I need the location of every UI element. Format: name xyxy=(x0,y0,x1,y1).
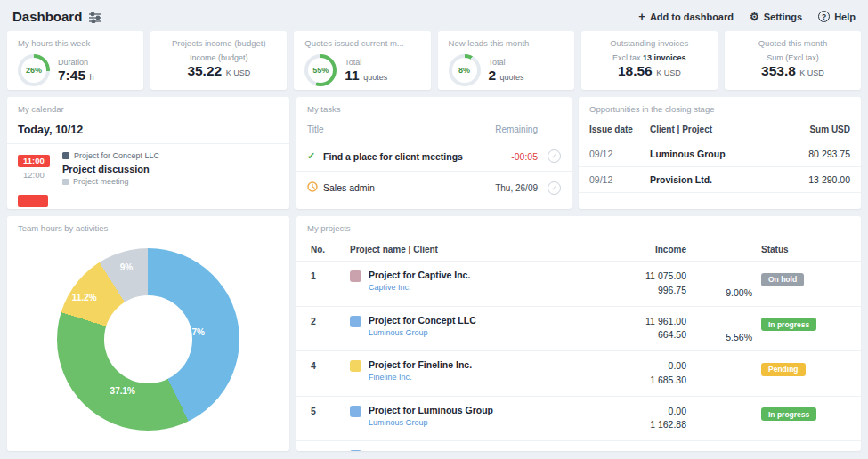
kpi-card-outstanding-invoices[interactable]: Outstanding invoices Excl tax 13 invoice… xyxy=(581,31,718,90)
help-label: Help xyxy=(834,12,856,22)
opp-client[interactable]: Provision Ltd. xyxy=(650,174,770,185)
donut-slice-label: 9% xyxy=(120,262,133,271)
task-row[interactable]: ✓ Find a place for client meetings -00:0… xyxy=(296,141,572,172)
progress-ring-label: 55% xyxy=(312,66,329,75)
project-icon xyxy=(62,152,69,159)
kpi-value: 7:45 h xyxy=(58,68,94,84)
kpi-title: Outstanding invoices xyxy=(581,31,718,52)
panel-title: Opportunities in the closing stage xyxy=(579,97,861,118)
calendar-date-heading: Today, 10/12 xyxy=(7,118,289,144)
project-client-link[interactable]: Luminous Group xyxy=(369,418,493,427)
complete-task-button[interactable]: ✓ xyxy=(548,181,561,195)
kpi-value: 18.56 K USD xyxy=(581,63,718,79)
kpi-value: 35.22 K USD xyxy=(150,63,287,79)
event-end-time: 12:00 xyxy=(23,170,53,180)
complete-task-button[interactable]: ✓ xyxy=(548,149,561,163)
tasks-col-remaining: Remaining xyxy=(475,125,538,134)
status-badge: In progress xyxy=(761,407,816,421)
project-name[interactable]: Project for Captive Inc. xyxy=(369,270,470,280)
progress-ring-label: 8% xyxy=(458,66,470,75)
my-calendar-panel: My calendar Today, 10/12 11:00 12:00 Pro… xyxy=(7,97,289,209)
project-row[interactable]: 1 Project for Captive Inc. Captive Inc. … xyxy=(296,262,861,307)
middle-row: My calendar Today, 10/12 11:00 12:00 Pro… xyxy=(0,97,868,209)
kpi-label: Duration xyxy=(58,58,94,67)
event-time-badge xyxy=(18,195,48,207)
page-title: Dashboard xyxy=(12,9,82,24)
kpi-label: Income (budget) xyxy=(150,53,287,62)
donut-slice-label: 37.1% xyxy=(110,385,135,395)
project-color-icon xyxy=(350,406,361,417)
kpi-title: Quotes issued current m... xyxy=(294,31,430,52)
project-client-link[interactable]: Luminous Group xyxy=(369,328,476,337)
kpi-value: 353.8 K USD xyxy=(725,63,861,79)
project-name[interactable]: Project for Luminous Group xyxy=(369,405,493,415)
opportunities-panel: Opportunities in the closing stage Issue… xyxy=(579,97,861,209)
kpi-label: Excl tax 13 invoices xyxy=(581,53,718,62)
tasks-header: Title Remaining xyxy=(296,118,572,141)
project-color-icon xyxy=(350,360,361,372)
event-subtitle: Project meeting xyxy=(73,177,129,186)
tasks-col-title: Title xyxy=(307,125,475,134)
project-name[interactable]: Project for Fineline Inc. xyxy=(369,359,472,370)
kpi-card-projects-income[interactable]: Projects income (budget) Income (budget)… xyxy=(150,31,287,90)
status-badge: Pending xyxy=(761,363,806,376)
opp-sum: 80 293.75 xyxy=(770,149,850,159)
add-to-dashboard-button[interactable]: + Add to dashboard xyxy=(638,11,734,22)
project-percent: 9.00% xyxy=(695,287,752,298)
event-title[interactable]: Project discussion xyxy=(62,164,159,174)
project-income: 11 961.00 664.50 xyxy=(587,315,686,343)
progress-ring: 26% xyxy=(18,54,50,86)
project-row[interactable]: 6 Project for Optimist Group Optimist Gr… xyxy=(296,441,861,451)
panel-title: My tasks xyxy=(296,97,572,118)
project-income: 0.00 1 162.88 xyxy=(587,405,686,433)
donut-chart[interactable]: 42.7% 37.1% 11.2% 9% xyxy=(57,248,239,431)
opp-client[interactable]: Luminous Group xyxy=(650,149,770,159)
kpi-label: Total xyxy=(345,58,387,67)
project-color-icon xyxy=(350,450,361,451)
proj-col-name: Project name | Client xyxy=(350,245,578,254)
event-project[interactable]: Project for Concept LLC xyxy=(74,151,159,160)
task-name[interactable]: Find a place for client meetings xyxy=(323,151,475,162)
project-client-link[interactable]: Fineline Inc. xyxy=(369,373,472,382)
project-name[interactable]: Project for Optimist Group xyxy=(369,449,486,451)
filter-sliders-icon[interactable] xyxy=(89,12,101,23)
project-name[interactable]: Project for Concept LLC xyxy=(369,315,476,326)
project-percent: 5.56% xyxy=(695,332,752,342)
project-income: 11 075.00 996.75 xyxy=(587,270,686,298)
opportunity-row[interactable]: 09/12 Provision Ltd. 13 290.00 xyxy=(579,167,861,193)
calendar-event[interactable]: 11:00 12:00 Project for Concept LLC Proj… xyxy=(7,144,289,186)
kpi-card-quotes-issued[interactable]: Quotes issued current m... 55% Total 11 … xyxy=(294,31,430,90)
project-no: 1 xyxy=(311,270,341,281)
kpi-card-my-hours[interactable]: My hours this week 26% Duration 7:45 h xyxy=(7,31,143,90)
kpi-value: 11 quotes xyxy=(345,68,387,84)
status-badge: In progress xyxy=(761,318,816,331)
gear-icon: ⚙ xyxy=(750,12,759,22)
project-color-icon xyxy=(350,316,361,327)
progress-ring-label: 26% xyxy=(26,66,42,75)
project-row[interactable]: 2 Project for Concept LLC Luminous Group… xyxy=(296,307,861,352)
opp-issue-date: 09/12 xyxy=(589,149,650,159)
project-row[interactable]: 5 Project for Luminous Group Luminous Gr… xyxy=(296,397,861,442)
calendar-event-partial xyxy=(18,195,289,207)
proj-col-income: Income xyxy=(587,245,686,254)
opportunity-row[interactable]: 09/12 Luminous Group 80 293.75 xyxy=(579,141,861,167)
kpi-card-new-leads[interactable]: New leads this month 8% Total 2 quotes xyxy=(438,31,574,90)
kpi-card-quoted-this-month[interactable]: Quoted this month Sum (Excl tax) 353.8 K… xyxy=(725,31,861,90)
help-button[interactable]: ? Help xyxy=(818,11,856,22)
progress-ring: 8% xyxy=(449,54,481,86)
panel-title: My projects xyxy=(296,216,861,238)
kpi-title: Quoted this month xyxy=(725,31,861,52)
project-row[interactable]: 4 Project for Fineline Inc. Fineline Inc… xyxy=(296,351,861,397)
bottom-row: Team hours by activities 42.7% 37.1% 11.… xyxy=(0,216,868,451)
task-name[interactable]: Sales admin xyxy=(323,182,475,193)
progress-ring: 55% xyxy=(304,54,337,86)
task-row[interactable]: Sales admin Thu, 26/09 ✓ xyxy=(296,172,572,204)
plus-icon: + xyxy=(638,11,645,22)
project-client-link[interactable]: Captive Inc. xyxy=(369,283,470,292)
opp-sum: 13 290.00 xyxy=(770,174,850,185)
opportunities-header: Issue date Client | Project Sum USD xyxy=(579,118,861,141)
projects-header: No. Project name | Client Income Status xyxy=(296,238,861,262)
project-no: 5 xyxy=(311,405,341,416)
donut-slice-label: 11.2% xyxy=(72,293,97,302)
settings-button[interactable]: ⚙ Settings xyxy=(750,12,802,22)
